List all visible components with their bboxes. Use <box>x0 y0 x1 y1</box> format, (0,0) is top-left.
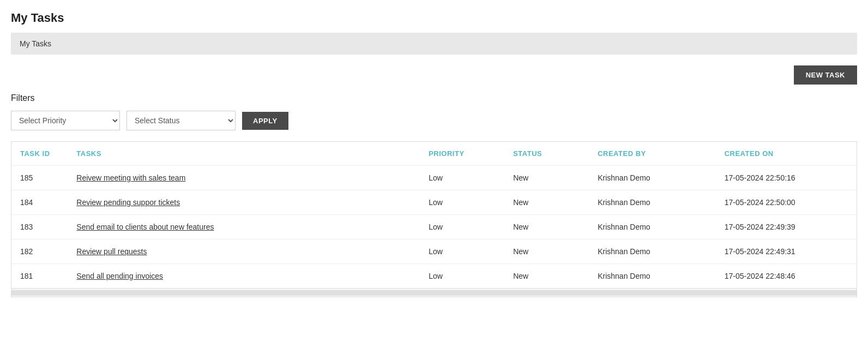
table-body: 185Reivew meeting with sales teamLowNewK… <box>11 166 857 289</box>
table-row: 184Review pending suppor ticketsLowNewKr… <box>11 190 857 215</box>
table-header: TASK ID TASKS PRIORITY STATUS CREATED BY… <box>11 142 857 166</box>
cell-task-id: 182 <box>11 239 68 264</box>
table-row: 182Review pull requestsLowNewKrishnan De… <box>11 239 857 264</box>
cell-task-name: Review pull requests <box>68 239 420 264</box>
table-header-row: TASK ID TASKS PRIORITY STATUS CREATED BY… <box>11 142 857 166</box>
cell-task-name: Send email to clients about new features <box>68 215 420 239</box>
cell-task-id: 183 <box>11 215 68 239</box>
cell-task-id: 181 <box>11 264 68 289</box>
filters-label: Filters <box>11 93 857 103</box>
task-name-link[interactable]: Send email to clients about new features <box>76 223 214 231</box>
table-row: 185Reivew meeting with sales teamLowNewK… <box>11 166 857 190</box>
new-task-button[interactable]: NEW TASK <box>794 65 857 85</box>
table-row: 181Send all pending invoicesLowNewKrishn… <box>11 264 857 289</box>
page-title: My Tasks <box>11 11 857 25</box>
cell-status: New <box>504 166 589 190</box>
task-name-link[interactable]: Review pending suppor tickets <box>76 198 180 207</box>
cell-created-by: Krishnan Demo <box>589 166 716 190</box>
col-header-task-id: TASK ID <box>11 142 68 166</box>
scrollbar-track[interactable] <box>11 290 857 296</box>
filters-row: Select Priority Low Medium High Select S… <box>11 111 857 130</box>
col-header-priority: PRIORITY <box>420 142 504 166</box>
toolbar: NEW TASK <box>11 65 857 85</box>
cell-priority: Low <box>420 190 504 215</box>
cell-created-by: Krishnan Demo <box>589 264 716 289</box>
cell-status: New <box>504 239 589 264</box>
cell-task-name: Reivew meeting with sales team <box>68 166 420 190</box>
col-header-status: STATUS <box>504 142 589 166</box>
apply-button[interactable]: APPLY <box>242 112 288 130</box>
cell-priority: Low <box>420 264 504 289</box>
cell-priority: Low <box>420 215 504 239</box>
cell-status: New <box>504 190 589 215</box>
tasks-table-container: TASK ID TASKS PRIORITY STATUS CREATED BY… <box>11 141 857 297</box>
cell-task-id: 185 <box>11 166 68 190</box>
cell-task-id: 184 <box>11 190 68 215</box>
cell-created-by: Krishnan Demo <box>589 215 716 239</box>
cell-created-on: 17-05-2024 22:49:39 <box>716 215 857 239</box>
cell-priority: Low <box>420 166 504 190</box>
col-header-created-by: CREATED BY <box>589 142 716 166</box>
col-header-created-on: CREATED ON <box>716 142 857 166</box>
tasks-table: TASK ID TASKS PRIORITY STATUS CREATED BY… <box>11 142 857 288</box>
task-name-link[interactable]: Review pull requests <box>76 247 147 256</box>
cell-created-on: 17-05-2024 22:50:00 <box>716 190 857 215</box>
cell-created-by: Krishnan Demo <box>589 239 716 264</box>
task-name-link[interactable]: Send all pending invoices <box>76 272 163 280</box>
priority-select[interactable]: Select Priority Low Medium High <box>11 111 120 130</box>
status-select[interactable]: Select Status New In Progress Completed <box>126 111 236 130</box>
breadcrumb: My Tasks <box>11 33 857 55</box>
horizontal-scrollbar[interactable] <box>11 288 857 297</box>
cell-created-on: 17-05-2024 22:49:31 <box>716 239 857 264</box>
cell-task-name: Review pending suppor tickets <box>68 190 420 215</box>
cell-status: New <box>504 215 589 239</box>
cell-created-by: Krishnan Demo <box>589 190 716 215</box>
cell-priority: Low <box>420 239 504 264</box>
task-name-link[interactable]: Reivew meeting with sales team <box>76 173 185 182</box>
col-header-tasks: TASKS <box>68 142 420 166</box>
cell-created-on: 17-05-2024 22:48:46 <box>716 264 857 289</box>
cell-status: New <box>504 264 589 289</box>
filters-section: Filters Select Priority Low Medium High … <box>11 93 857 130</box>
cell-created-on: 17-05-2024 22:50:16 <box>716 166 857 190</box>
table-row: 183Send email to clients about new featu… <box>11 215 857 239</box>
cell-task-name: Send all pending invoices <box>68 264 420 289</box>
